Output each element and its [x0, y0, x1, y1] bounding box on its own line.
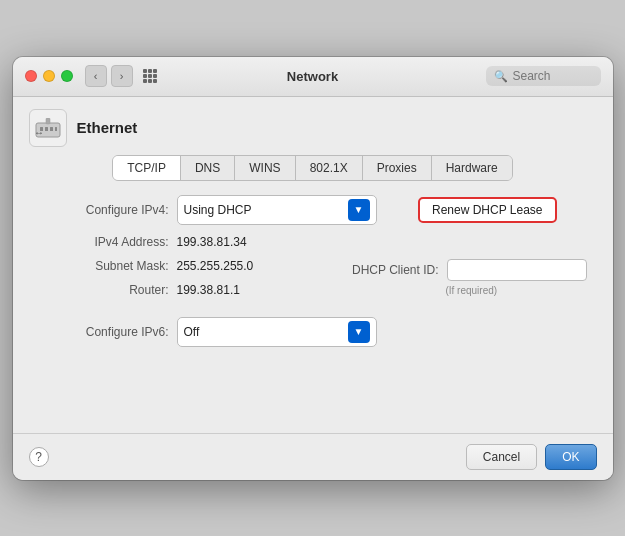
router-label: Router: — [39, 283, 169, 297]
svg-rect-14 — [46, 118, 50, 124]
ok-button[interactable]: OK — [545, 444, 596, 470]
configure-ipv4-label: Configure IPv4: — [39, 203, 169, 217]
traffic-lights — [25, 70, 73, 82]
renew-dhcp-button[interactable]: Renew DHCP Lease — [418, 197, 557, 223]
ethernet-icon: ↔ — [29, 109, 67, 147]
if-required-text: (If required) — [445, 285, 497, 296]
search-input[interactable] — [513, 69, 593, 83]
router-row: Router: 199.38.81.1 — [39, 283, 337, 297]
configure-ipv4-value: Using DHCP — [184, 203, 252, 217]
svg-rect-7 — [148, 79, 152, 83]
router-value: 199.38.81.1 — [177, 283, 240, 297]
tabs-bar: TCP/IP DNS WINS 802.1X Proxies Hardware — [112, 155, 512, 181]
dropdown-arrow-ipv6: ▼ — [348, 321, 370, 343]
maximize-button[interactable] — [61, 70, 73, 82]
configure-ipv4-dropdown[interactable]: Using DHCP ▼ — [177, 195, 377, 225]
network-window: ‹ › Network 🔍 — [13, 57, 613, 480]
svg-rect-12 — [50, 127, 53, 131]
dhcp-client-id-row: DHCP Client ID: — [352, 259, 586, 281]
configure-ipv6-dropdown[interactable]: Off ▼ — [177, 317, 377, 347]
search-icon: 🔍 — [494, 70, 508, 83]
tab-8021x[interactable]: 802.1X — [296, 156, 363, 180]
ethernet-header: ↔ Ethernet — [13, 97, 613, 155]
dropdown-arrow-ipv4: ▼ — [348, 199, 370, 221]
svg-rect-6 — [143, 79, 147, 83]
svg-text:↔: ↔ — [35, 127, 44, 138]
subnet-mask-row: Subnet Mask: 255.255.255.0 — [39, 259, 337, 273]
close-button[interactable] — [25, 70, 37, 82]
dhcp-client-id-input[interactable] — [447, 259, 587, 281]
content-spacer — [13, 373, 613, 433]
ipv4-address-value: 199.38.81.34 — [177, 235, 247, 249]
svg-rect-4 — [148, 74, 152, 78]
tab-wins[interactable]: WINS — [235, 156, 295, 180]
svg-rect-1 — [148, 69, 152, 73]
svg-rect-8 — [153, 79, 157, 83]
configure-ipv6-label: Configure IPv6: — [39, 325, 169, 339]
svg-rect-2 — [153, 69, 157, 73]
back-button[interactable]: ‹ — [85, 65, 107, 87]
tab-hardware[interactable]: Hardware — [432, 156, 512, 180]
svg-rect-11 — [45, 127, 48, 131]
footer: ? Cancel OK — [13, 433, 613, 480]
svg-rect-3 — [143, 74, 147, 78]
configure-ipv6-row: Configure IPv6: Off ▼ — [39, 317, 587, 347]
form-section: Configure IPv4: Using DHCP ▼ Renew DHCP … — [29, 195, 597, 347]
svg-rect-5 — [153, 74, 157, 78]
help-button[interactable]: ? — [29, 447, 49, 467]
right-dhcp-fields: DHCP Client ID: (If required) — [352, 235, 586, 296]
svg-rect-0 — [143, 69, 147, 73]
main-content: TCP/IP DNS WINS 802.1X Proxies Hardware … — [13, 155, 613, 373]
nav-buttons: ‹ › — [85, 65, 133, 87]
left-ip-fields: IPv4 Address: 199.38.81.34 Subnet Mask: … — [39, 235, 337, 307]
ipv4-address-label: IPv4 Address: — [39, 235, 169, 249]
search-bar[interactable]: 🔍 — [486, 66, 601, 86]
tab-proxies[interactable]: Proxies — [363, 156, 432, 180]
dhcp-client-id-label: DHCP Client ID: — [352, 263, 438, 277]
grid-button[interactable] — [139, 65, 161, 87]
ipv4-address-row: IPv4 Address: 199.38.81.34 — [39, 235, 337, 249]
configure-ipv4-row: Configure IPv4: Using DHCP ▼ Renew DHCP … — [39, 195, 587, 225]
subnet-mask-value: 255.255.255.0 — [177, 259, 254, 273]
tab-dns[interactable]: DNS — [181, 156, 235, 180]
titlebar: ‹ › Network 🔍 — [13, 57, 613, 97]
ethernet-label: Ethernet — [77, 119, 138, 136]
minimize-button[interactable] — [43, 70, 55, 82]
tab-tcpip[interactable]: TCP/IP — [113, 156, 181, 180]
subnet-mask-label: Subnet Mask: — [39, 259, 169, 273]
footer-buttons: Cancel OK — [466, 444, 597, 470]
svg-rect-13 — [55, 127, 57, 131]
cancel-button[interactable]: Cancel — [466, 444, 537, 470]
configure-ipv6-value: Off — [184, 325, 200, 339]
window-title: Network — [287, 69, 338, 84]
forward-button[interactable]: › — [111, 65, 133, 87]
